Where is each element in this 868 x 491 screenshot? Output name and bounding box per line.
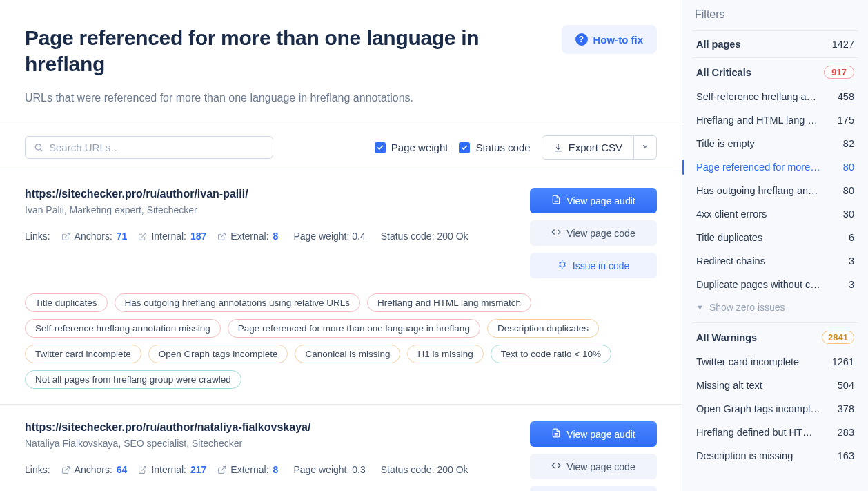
url-card: https://sitechecker.pro/ru/author/natali…: [0, 405, 682, 491]
issue-tag[interactable]: Twitter card incomplete: [25, 345, 141, 363]
code-icon: [551, 227, 561, 239]
links-label: Links:: [25, 464, 50, 475]
export-csv-button[interactable]: Export CSV: [542, 135, 634, 160]
filter-all-warnings[interactable]: All Warnings 2841: [692, 325, 858, 350]
help-icon: ?: [575, 33, 588, 46]
checkbox-status-code[interactable]: Status code: [459, 142, 530, 153]
filter-all-pages[interactable]: All pages 1427: [692, 32, 858, 56]
filter-all-criticals[interactable]: All Criticals 917: [692, 59, 858, 85]
view-page-code-button[interactable]: View page code: [530, 454, 657, 479]
issue-tag[interactable]: Open Graph tags incomplete: [148, 345, 288, 363]
svg-line-16: [221, 466, 226, 470]
download-icon: [553, 143, 563, 153]
svg-line-11: [559, 266, 560, 267]
svg-line-1: [41, 149, 43, 151]
issue-tag[interactable]: Canonical is missing: [295, 345, 400, 363]
url-description: Ivan Palii, Marketing expert, Sitechecke…: [25, 204, 513, 215]
status-code-stat: Status code: 200 Ok: [381, 464, 468, 475]
external-stat[interactable]: External: 8: [217, 231, 278, 242]
issue-tag[interactable]: Page referenced for more than one langua…: [228, 319, 480, 338]
svg-line-15: [142, 466, 146, 470]
view-page-audit-button[interactable]: View page audit: [530, 421, 657, 447]
filter-item[interactable]: Open Graph tags incomple… 378: [692, 397, 858, 421]
issue-tag[interactable]: Not all pages from hreflang group were c…: [25, 370, 241, 389]
svg-line-9: [559, 263, 560, 264]
page-subtitle: URLs that were referenced for more than …: [25, 92, 657, 104]
filter-item[interactable]: Hreflang and HTML lang mi… 175: [692, 108, 858, 132]
issue-tag[interactable]: Has outgoing hreflang annotations using …: [115, 293, 360, 312]
filters-title: Filters: [692, 8, 858, 21]
issue-tag[interactable]: Text to code ratio < 10%: [491, 345, 611, 363]
filter-item[interactable]: Redirect chains 3: [692, 249, 858, 273]
url-card: https://sitechecker.pro/ru/author/ivan-p…: [0, 171, 682, 405]
search-input[interactable]: [49, 142, 264, 153]
filter-item[interactable]: Title is empty 82: [692, 132, 858, 155]
filter-item[interactable]: Description is missing 163: [692, 444, 858, 468]
anchors-stat[interactable]: Anchors: 64: [61, 464, 128, 475]
filter-item[interactable]: Has outgoing hreflang anno… 80: [692, 179, 858, 202]
warnings-count-badge: 2841: [822, 331, 854, 344]
internal-stat[interactable]: Internal: 187: [138, 231, 206, 242]
filters-sidebar: Filters All pages 1427 All Criticals 917…: [682, 0, 868, 491]
page-weight-stat: Page weight: 0.3: [293, 464, 365, 475]
issue-tag[interactable]: Self-reference hreflang annotation missi…: [25, 319, 221, 338]
url-text[interactable]: https://sitechecker.pro/ru/author/natali…: [25, 421, 513, 434]
howto-fix-button[interactable]: ? How-to fix: [562, 25, 658, 54]
issue-tag[interactable]: Hreflang and HTML lang mismatch: [367, 293, 531, 312]
filter-item[interactable]: Hreflang defined but HTM… 283: [692, 421, 858, 444]
issue-tag[interactable]: Description duplicates: [487, 319, 599, 338]
page-title: Page referenced for more than one langua…: [25, 25, 551, 77]
issue-tag[interactable]: Title duplicates: [25, 293, 108, 312]
issue-tag[interactable]: H1 is missing: [407, 345, 483, 363]
status-code-stat: Status code: 200 Ok: [381, 231, 468, 242]
filter-item[interactable]: Twitter card incomplete 1261: [692, 350, 858, 374]
page-weight-stat: Page weight: 0.4: [293, 231, 365, 242]
search-input-wrapper[interactable]: [25, 136, 273, 159]
svg-line-14: [65, 466, 69, 470]
svg-line-10: [564, 263, 565, 264]
svg-line-2: [65, 233, 69, 237]
code-icon: [551, 461, 561, 472]
document-icon: [551, 195, 561, 206]
filter-item[interactable]: Missing alt text 504: [692, 374, 858, 397]
howto-fix-label: How-to fix: [593, 34, 644, 46]
svg-line-3: [142, 233, 146, 237]
svg-point-7: [560, 262, 564, 267]
issue-tags: Title duplicatesHas outgoing hreflang an…: [25, 293, 657, 389]
view-page-audit-button[interactable]: View page audit: [530, 188, 657, 213]
filter-item[interactable]: Duplicate pages without can… 3: [692, 273, 858, 296]
url-description: Nataliya Fialkovskaya, SEO specialist, S…: [25, 438, 513, 449]
checkbox-icon: [375, 142, 386, 153]
view-page-code-button[interactable]: View page code: [530, 220, 657, 246]
search-icon: [34, 142, 43, 153]
document-icon: [551, 428, 561, 440]
filter-item[interactable]: Title duplicates 6: [692, 226, 858, 249]
filter-item[interactable]: Page referenced for more t… 80: [692, 155, 858, 179]
anchors-stat[interactable]: Anchors: 71: [61, 231, 128, 242]
svg-point-0: [35, 144, 41, 150]
filter-item[interactable]: 4xx client errors 30: [692, 202, 858, 226]
toolbar: Page weight Status code Export CSV: [0, 124, 682, 171]
svg-line-12: [564, 266, 565, 267]
show-zero-issues[interactable]: ▼ Show zero issues: [692, 296, 858, 321]
export-dropdown-button[interactable]: [634, 135, 657, 160]
internal-stat[interactable]: Internal: 217: [138, 464, 206, 475]
chevron-down-icon: [641, 142, 649, 151]
bug-icon: [558, 260, 567, 271]
external-stat[interactable]: External: 8: [217, 464, 278, 475]
issue-in-code-button[interactable]: Issue in code: [530, 486, 657, 491]
checkbox-icon: [459, 142, 470, 153]
page-header: Page referenced for more than one langua…: [0, 0, 682, 124]
svg-line-4: [221, 233, 226, 237]
caret-down-icon: ▼: [696, 303, 704, 311]
issue-in-code-button[interactable]: Issue in code: [530, 253, 657, 278]
links-label: Links:: [25, 231, 50, 242]
filter-item[interactable]: Self-reference hreflang an… 458: [692, 85, 858, 108]
checkbox-page-weight[interactable]: Page weight: [375, 142, 448, 153]
criticals-count-badge: 917: [824, 66, 854, 79]
url-text[interactable]: https://sitechecker.pro/ru/author/ivan-p…: [25, 188, 513, 200]
